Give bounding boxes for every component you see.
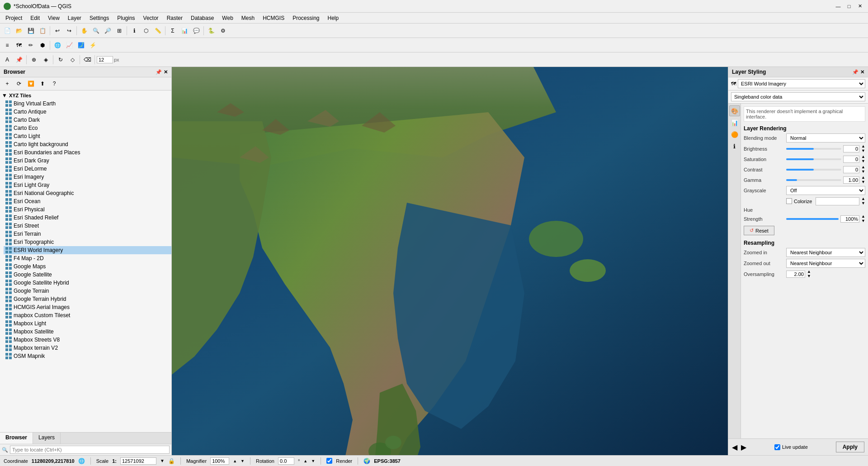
new-project-btn[interactable]: 📄 bbox=[2, 25, 13, 36]
edit-node-btn[interactable]: ◈ bbox=[40, 54, 51, 65]
styling-close-btn[interactable]: ✕ bbox=[860, 69, 864, 75]
scale-dropdown-btn[interactable]: ▼ bbox=[160, 458, 165, 463]
select-btn[interactable]: ⬡ bbox=[141, 25, 151, 36]
menu-item-vector[interactable]: Vector bbox=[140, 14, 162, 22]
tree-item[interactable]: Carto Light bbox=[4, 132, 171, 140]
saturation-down[interactable]: ▼ bbox=[861, 159, 865, 163]
tree-item[interactable]: Esri Shaded Relief bbox=[4, 214, 171, 222]
open-project-btn[interactable]: 📂 bbox=[14, 25, 24, 36]
menu-item-hcmgis[interactable]: HCMGIS bbox=[259, 14, 288, 22]
menu-item-processing[interactable]: Processing bbox=[289, 14, 323, 22]
settings-btn[interactable]: ⚙ bbox=[217, 25, 228, 36]
tree-item[interactable]: HCMGIS Aerial Images bbox=[4, 303, 171, 311]
menu-item-raster[interactable]: Raster bbox=[163, 14, 186, 22]
strength-slider[interactable] bbox=[786, 218, 839, 220]
menu-item-layer[interactable]: Layer bbox=[64, 14, 85, 22]
colorize-up[interactable]: ▲ bbox=[861, 197, 865, 201]
close-button[interactable]: ✕ bbox=[855, 2, 864, 11]
brightness-input[interactable] bbox=[843, 145, 859, 152]
tree-item[interactable]: Mapbox terrain V2 bbox=[4, 344, 171, 352]
menu-item-plugins[interactable]: Plugins bbox=[113, 14, 138, 22]
scale-input[interactable] bbox=[120, 457, 156, 465]
erase-btn[interactable]: ⌫ bbox=[82, 54, 93, 65]
side-nav-color[interactable]: 🟠 bbox=[729, 129, 740, 140]
browser-help-btn[interactable]: ? bbox=[49, 78, 60, 89]
reset-button[interactable]: ↺ Reset bbox=[744, 226, 774, 235]
tree-item[interactable]: Esri Terrain bbox=[4, 230, 171, 238]
label-btn[interactable]: A bbox=[2, 54, 13, 65]
browser-pin-btn[interactable]: 📌 bbox=[156, 69, 162, 75]
apply-button[interactable]: Apply bbox=[836, 442, 864, 452]
tree-item[interactable]: mapbox Custom Tileset bbox=[4, 311, 171, 319]
tree-item[interactable]: Esri Topographic bbox=[4, 238, 171, 246]
browser-collapse-btn[interactable]: ⬆ bbox=[37, 78, 48, 89]
tree-item[interactable]: Carto Antique bbox=[4, 108, 171, 116]
magnifier-up[interactable]: ▲ bbox=[233, 459, 237, 463]
tree-item[interactable]: Esri Dark Gray bbox=[4, 157, 171, 165]
menu-item-edit[interactable]: Edit bbox=[27, 14, 43, 22]
tree-item[interactable]: OSM Mapnik bbox=[4, 352, 171, 360]
tree-item[interactable]: Google Maps bbox=[4, 262, 171, 271]
zoom-full-btn[interactable]: ⊞ bbox=[114, 25, 125, 36]
layer-btn[interactable]: ≡ bbox=[2, 40, 13, 51]
tree-parent-xyz[interactable]: ▼ XYZ Tiles bbox=[0, 91, 171, 100]
tree-item[interactable]: ESRI World Imagery bbox=[4, 246, 171, 254]
grayscale-select[interactable]: Off bbox=[786, 186, 865, 195]
pan-btn[interactable]: ✋ bbox=[79, 25, 90, 36]
side-nav-paint[interactable]: 🎨 bbox=[729, 105, 740, 116]
rotate-btn[interactable]: ↻ bbox=[55, 54, 66, 65]
font-size-input[interactable] bbox=[97, 56, 113, 63]
magnifier-down[interactable]: ▼ bbox=[241, 459, 245, 463]
tree-item[interactable]: Esri Physical bbox=[4, 205, 171, 214]
rotation-up[interactable]: ▲ bbox=[303, 459, 307, 463]
menu-item-mesh[interactable]: Mesh bbox=[238, 14, 258, 22]
browser-filter-btn[interactable]: 🔽 bbox=[25, 78, 36, 89]
tree-item[interactable]: Bing Virtual Earth bbox=[4, 100, 171, 108]
strength-input[interactable] bbox=[840, 215, 859, 223]
tree-item[interactable]: Carto Dark bbox=[4, 116, 171, 124]
comment-btn[interactable]: 💬 bbox=[191, 25, 202, 36]
save-btn[interactable]: 💾 bbox=[25, 25, 36, 36]
tree-item[interactable]: Carto Eco bbox=[4, 124, 171, 132]
tab-browser[interactable]: Browser bbox=[0, 433, 33, 444]
live-update-checkbox[interactable] bbox=[774, 444, 780, 450]
layer-selector[interactable]: ESRI World Imagery bbox=[738, 79, 865, 88]
browser-close-btn[interactable]: ✕ bbox=[164, 69, 168, 75]
tree-item[interactable]: Mapbox Light bbox=[4, 319, 171, 328]
render-checkbox[interactable] bbox=[326, 458, 332, 464]
brightness-down[interactable]: ▼ bbox=[861, 149, 865, 153]
chart-btn[interactable]: 📊 bbox=[179, 25, 190, 36]
colorize-color-swatch[interactable] bbox=[816, 197, 859, 205]
brightness-slider[interactable] bbox=[786, 148, 841, 150]
rotation-input[interactable] bbox=[278, 457, 294, 465]
tree-item[interactable]: Esri DeLorme bbox=[4, 165, 171, 173]
process-btn[interactable]: ⚡ bbox=[87, 40, 98, 51]
colorize-down[interactable]: ▼ bbox=[861, 201, 865, 205]
pin-btn[interactable]: 📌 bbox=[14, 54, 24, 65]
colorize-checkbox[interactable] bbox=[786, 198, 792, 204]
menu-item-web[interactable]: Web bbox=[218, 14, 236, 22]
strength-up[interactable]: ▲ bbox=[861, 214, 865, 219]
menu-item-view[interactable]: View bbox=[44, 14, 63, 22]
zoom-in-btn[interactable]: 🔍 bbox=[90, 25, 101, 36]
python-btn[interactable]: 🐍 bbox=[206, 25, 217, 36]
contrast-up[interactable]: ▲ bbox=[861, 165, 865, 169]
side-nav-chart[interactable]: 📊 bbox=[729, 117, 740, 128]
strength-down[interactable]: ▼ bbox=[861, 219, 865, 223]
map-btn[interactable]: 🗾 bbox=[75, 40, 86, 51]
zoom-out-btn[interactable]: 🔎 bbox=[102, 25, 113, 36]
map-area[interactable] bbox=[172, 67, 728, 455]
browser-refresh-btn[interactable]: ⟳ bbox=[14, 78, 24, 89]
brightness-up[interactable]: ▲ bbox=[861, 144, 865, 148]
tree-item[interactable]: Esri Imagery bbox=[4, 173, 171, 181]
minimize-button[interactable]: — bbox=[834, 2, 843, 11]
menu-item-settings[interactable]: Settings bbox=[86, 14, 113, 22]
add-raster-btn[interactable]: 🗺 bbox=[14, 40, 24, 51]
save-as-btn[interactable]: 📋 bbox=[37, 25, 48, 36]
rotation-down[interactable]: ▼ bbox=[311, 459, 315, 463]
tree-item[interactable]: Esri Ocean bbox=[4, 197, 171, 205]
side-nav-info[interactable]: ℹ bbox=[729, 141, 740, 152]
stats-btn[interactable]: 📈 bbox=[64, 40, 75, 51]
zoomed-in-select[interactable]: Nearest Neighbour bbox=[786, 248, 865, 257]
gamma-input[interactable] bbox=[843, 176, 859, 184]
